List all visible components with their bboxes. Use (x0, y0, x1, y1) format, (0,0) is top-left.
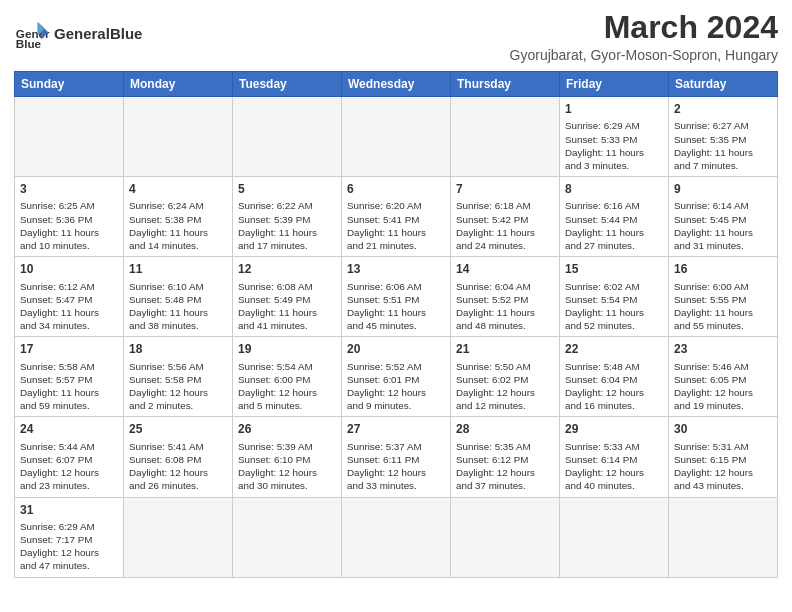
logo-text: GeneralBlue (54, 26, 142, 43)
calendar-header-monday: Monday (124, 72, 233, 97)
calendar-cell: 6Sunrise: 6:20 AM Sunset: 5:41 PM Daylig… (342, 177, 451, 257)
calendar-cell (560, 497, 669, 577)
day-info: Sunrise: 5:46 AM Sunset: 6:05 PM Dayligh… (674, 360, 772, 413)
calendar-header-wednesday: Wednesday (342, 72, 451, 97)
calendar-header-tuesday: Tuesday (233, 72, 342, 97)
title-area: March 2024 Gyorujbarat, Gyor-Moson-Sopro… (510, 10, 778, 63)
logo-icon: General Blue (14, 16, 50, 52)
calendar-cell: 3Sunrise: 6:25 AM Sunset: 5:36 PM Daylig… (15, 177, 124, 257)
calendar-week-5: 24Sunrise: 5:44 AM Sunset: 6:07 PM Dayli… (15, 417, 778, 497)
calendar-week-2: 3Sunrise: 6:25 AM Sunset: 5:36 PM Daylig… (15, 177, 778, 257)
day-number: 16 (674, 261, 772, 277)
day-info: Sunrise: 5:54 AM Sunset: 6:00 PM Dayligh… (238, 360, 336, 413)
day-number: 29 (565, 421, 663, 437)
day-number: 23 (674, 341, 772, 357)
calendar-cell: 13Sunrise: 6:06 AM Sunset: 5:51 PM Dayli… (342, 257, 451, 337)
calendar: SundayMondayTuesdayWednesdayThursdayFrid… (14, 71, 778, 577)
calendar-cell (669, 497, 778, 577)
calendar-cell: 10Sunrise: 6:12 AM Sunset: 5:47 PM Dayli… (15, 257, 124, 337)
day-info: Sunrise: 6:25 AM Sunset: 5:36 PM Dayligh… (20, 199, 118, 252)
day-number: 21 (456, 341, 554, 357)
day-number: 6 (347, 181, 445, 197)
day-info: Sunrise: 5:35 AM Sunset: 6:12 PM Dayligh… (456, 440, 554, 493)
calendar-header: SundayMondayTuesdayWednesdayThursdayFrid… (15, 72, 778, 97)
day-number: 27 (347, 421, 445, 437)
calendar-cell: 14Sunrise: 6:04 AM Sunset: 5:52 PM Dayli… (451, 257, 560, 337)
calendar-cell (124, 97, 233, 177)
day-number: 15 (565, 261, 663, 277)
day-number: 22 (565, 341, 663, 357)
calendar-cell: 17Sunrise: 5:58 AM Sunset: 5:57 PM Dayli… (15, 337, 124, 417)
day-number: 17 (20, 341, 118, 357)
day-info: Sunrise: 6:02 AM Sunset: 5:54 PM Dayligh… (565, 280, 663, 333)
calendar-cell: 26Sunrise: 5:39 AM Sunset: 6:10 PM Dayli… (233, 417, 342, 497)
calendar-cell: 9Sunrise: 6:14 AM Sunset: 5:45 PM Daylig… (669, 177, 778, 257)
day-info: Sunrise: 6:14 AM Sunset: 5:45 PM Dayligh… (674, 199, 772, 252)
calendar-cell: 16Sunrise: 6:00 AM Sunset: 5:55 PM Dayli… (669, 257, 778, 337)
calendar-cell (15, 97, 124, 177)
calendar-cell: 1Sunrise: 6:29 AM Sunset: 5:33 PM Daylig… (560, 97, 669, 177)
day-info: Sunrise: 6:29 AM Sunset: 5:33 PM Dayligh… (565, 119, 663, 172)
calendar-cell: 27Sunrise: 5:37 AM Sunset: 6:11 PM Dayli… (342, 417, 451, 497)
calendar-cell: 29Sunrise: 5:33 AM Sunset: 6:14 PM Dayli… (560, 417, 669, 497)
calendar-cell: 18Sunrise: 5:56 AM Sunset: 5:58 PM Dayli… (124, 337, 233, 417)
day-info: Sunrise: 5:52 AM Sunset: 6:01 PM Dayligh… (347, 360, 445, 413)
day-info: Sunrise: 5:44 AM Sunset: 6:07 PM Dayligh… (20, 440, 118, 493)
calendar-cell: 12Sunrise: 6:08 AM Sunset: 5:49 PM Dayli… (233, 257, 342, 337)
day-number: 2 (674, 101, 772, 117)
calendar-cell: 23Sunrise: 5:46 AM Sunset: 6:05 PM Dayli… (669, 337, 778, 417)
calendar-header-saturday: Saturday (669, 72, 778, 97)
calendar-cell: 15Sunrise: 6:02 AM Sunset: 5:54 PM Dayli… (560, 257, 669, 337)
calendar-week-3: 10Sunrise: 6:12 AM Sunset: 5:47 PM Dayli… (15, 257, 778, 337)
day-number: 19 (238, 341, 336, 357)
day-info: Sunrise: 6:20 AM Sunset: 5:41 PM Dayligh… (347, 199, 445, 252)
day-info: Sunrise: 5:50 AM Sunset: 6:02 PM Dayligh… (456, 360, 554, 413)
day-info: Sunrise: 6:08 AM Sunset: 5:49 PM Dayligh… (238, 280, 336, 333)
day-number: 14 (456, 261, 554, 277)
day-number: 26 (238, 421, 336, 437)
day-number: 8 (565, 181, 663, 197)
calendar-cell (342, 97, 451, 177)
calendar-cell: 31Sunrise: 6:29 AM Sunset: 7:17 PM Dayli… (15, 497, 124, 577)
calendar-body: 1Sunrise: 6:29 AM Sunset: 5:33 PM Daylig… (15, 97, 778, 577)
day-info: Sunrise: 5:41 AM Sunset: 6:08 PM Dayligh… (129, 440, 227, 493)
day-info: Sunrise: 6:04 AM Sunset: 5:52 PM Dayligh… (456, 280, 554, 333)
day-number: 11 (129, 261, 227, 277)
calendar-week-1: 1Sunrise: 6:29 AM Sunset: 5:33 PM Daylig… (15, 97, 778, 177)
calendar-cell: 25Sunrise: 5:41 AM Sunset: 6:08 PM Dayli… (124, 417, 233, 497)
calendar-week-4: 17Sunrise: 5:58 AM Sunset: 5:57 PM Dayli… (15, 337, 778, 417)
calendar-cell: 30Sunrise: 5:31 AM Sunset: 6:15 PM Dayli… (669, 417, 778, 497)
calendar-cell (342, 497, 451, 577)
calendar-cell (124, 497, 233, 577)
day-number: 30 (674, 421, 772, 437)
day-info: Sunrise: 5:56 AM Sunset: 5:58 PM Dayligh… (129, 360, 227, 413)
day-info: Sunrise: 5:39 AM Sunset: 6:10 PM Dayligh… (238, 440, 336, 493)
calendar-cell (233, 97, 342, 177)
calendar-cell: 20Sunrise: 5:52 AM Sunset: 6:01 PM Dayli… (342, 337, 451, 417)
day-info: Sunrise: 5:31 AM Sunset: 6:15 PM Dayligh… (674, 440, 772, 493)
day-info: Sunrise: 6:22 AM Sunset: 5:39 PM Dayligh… (238, 199, 336, 252)
calendar-header-friday: Friday (560, 72, 669, 97)
calendar-cell (451, 497, 560, 577)
calendar-cell: 4Sunrise: 6:24 AM Sunset: 5:38 PM Daylig… (124, 177, 233, 257)
calendar-cell (451, 97, 560, 177)
calendar-week-6: 31Sunrise: 6:29 AM Sunset: 7:17 PM Dayli… (15, 497, 778, 577)
day-number: 1 (565, 101, 663, 117)
day-info: Sunrise: 6:06 AM Sunset: 5:51 PM Dayligh… (347, 280, 445, 333)
calendar-cell: 11Sunrise: 6:10 AM Sunset: 5:48 PM Dayli… (124, 257, 233, 337)
day-number: 5 (238, 181, 336, 197)
calendar-cell: 28Sunrise: 5:35 AM Sunset: 6:12 PM Dayli… (451, 417, 560, 497)
svg-text:Blue: Blue (16, 37, 42, 50)
day-info: Sunrise: 6:27 AM Sunset: 5:35 PM Dayligh… (674, 119, 772, 172)
day-number: 18 (129, 341, 227, 357)
day-info: Sunrise: 5:33 AM Sunset: 6:14 PM Dayligh… (565, 440, 663, 493)
day-number: 24 (20, 421, 118, 437)
calendar-cell: 22Sunrise: 5:48 AM Sunset: 6:04 PM Dayli… (560, 337, 669, 417)
day-info: Sunrise: 6:12 AM Sunset: 5:47 PM Dayligh… (20, 280, 118, 333)
day-info: Sunrise: 5:58 AM Sunset: 5:57 PM Dayligh… (20, 360, 118, 413)
day-info: Sunrise: 6:18 AM Sunset: 5:42 PM Dayligh… (456, 199, 554, 252)
calendar-cell: 2Sunrise: 6:27 AM Sunset: 5:35 PM Daylig… (669, 97, 778, 177)
day-number: 7 (456, 181, 554, 197)
calendar-cell: 8Sunrise: 6:16 AM Sunset: 5:44 PM Daylig… (560, 177, 669, 257)
day-number: 3 (20, 181, 118, 197)
